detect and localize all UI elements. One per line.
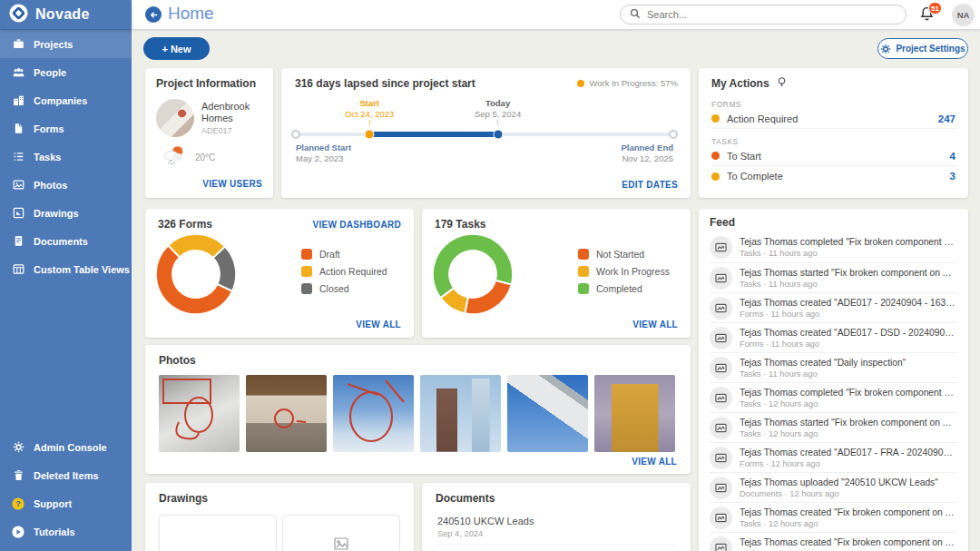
legend-item-action-required: Action Required	[301, 266, 387, 277]
project-avatar[interactable]	[156, 99, 194, 137]
document-item[interactable]: Single Property Site B-50100	[436, 546, 677, 551]
table-icon	[12, 263, 24, 276]
my-actions-card: My Actions FORMSAction Required247TASKST…	[699, 68, 968, 198]
sidebar-item-tasks[interactable]: Tasks	[0, 143, 132, 171]
legend-label: Work In Progress	[596, 266, 670, 277]
briefcase-icon	[12, 38, 24, 51]
activity-icon	[710, 507, 732, 529]
view-dashboard-link[interactable]: VIEW DASHBOARD	[312, 220, 401, 230]
forms-donut-chart	[152, 231, 240, 318]
project-info-card: Project Information Adenbrook Homes ADE0…	[145, 68, 273, 198]
sidebar-item-admin-console[interactable]: Admin Console	[0, 433, 132, 461]
sidebar-item-drawings[interactable]: Drawings	[0, 199, 132, 227]
project-settings-button[interactable]: Project Settings	[877, 38, 968, 59]
legend-swatch-icon	[578, 266, 589, 277]
document-item[interactable]: 240510 UKCW LeadsSep 4, 2024	[436, 508, 677, 546]
planned-end-dot	[669, 130, 678, 139]
action-row-action-required[interactable]: Action Required247	[711, 109, 956, 129]
actions-section-heading: TASKS	[711, 137, 956, 146]
sidebar-item-projects[interactable]: Projects	[0, 30, 132, 58]
action-row-to-start[interactable]: To Start4	[711, 146, 956, 166]
start-label: Start Oct 24, 2023	[345, 98, 394, 126]
feed-item[interactable]: Tejas Thomas created "ADE017 - 20240904 …	[710, 292, 957, 322]
sidebar-item-support[interactable]: ?Support	[0, 489, 132, 517]
status-dot-icon	[711, 114, 720, 123]
feed-meta: Documents · 12 hours ago	[740, 489, 938, 498]
legend-label: Closed	[319, 283, 349, 294]
drawing-thumbnail[interactable]	[159, 515, 277, 551]
tasks-view-all-link[interactable]: VIEW ALL	[632, 320, 678, 330]
action-count[interactable]: 247	[938, 113, 956, 124]
sidebar-item-label: Support	[34, 498, 72, 509]
back-button[interactable]	[145, 6, 162, 23]
feed-item[interactable]: Tejas Thomas created "ADE017 - DSD - 202…	[710, 322, 957, 352]
forms-legend: DraftAction RequiredClosed	[301, 249, 387, 294]
sidebar-item-forms[interactable]: Forms	[0, 114, 132, 143]
feed-item[interactable]: Tejas Thomas completed "Fix broken compo…	[710, 382, 957, 412]
user-avatar[interactable]: NA	[952, 4, 975, 26]
svg-text:?: ?	[15, 499, 21, 508]
legend-swatch-icon	[578, 249, 589, 260]
tasks-donut-chart	[429, 231, 516, 318]
feed-item[interactable]: Tejas Thomas created "ADE017 - FRA - 202…	[710, 442, 957, 472]
legend-item-closed: Closed	[301, 283, 387, 294]
donut-segment-not-started	[465, 280, 511, 314]
feed-meta: Forms · 12 hours ago	[740, 459, 957, 468]
feed-item[interactable]: Tejas Thomas started "Fix broken compone…	[710, 412, 957, 442]
edit-dates-link[interactable]: EDIT DATES	[622, 180, 678, 190]
scaffolded-building-photo[interactable]	[594, 375, 675, 452]
tower-construction-photo[interactable]	[420, 375, 501, 452]
sidebar-item-tutorials[interactable]: Tutorials	[0, 517, 132, 546]
action-row-to-complete[interactable]: To Complete3	[711, 166, 956, 186]
feed-item[interactable]: Tejas Thomas started "Fix broken compone…	[710, 262, 957, 292]
feed-item[interactable]: Tejas Thomas created "Fix broken compone…	[710, 502, 957, 532]
documents-card: Documents 240510 UKCW LeadsSep 4, 2024Si…	[422, 483, 691, 551]
feed-text: Tejas Thomas uploaded "240510 UKCW Leads…	[740, 477, 938, 487]
notifications-button[interactable]: 51	[919, 5, 939, 25]
feed-list: Tejas Thomas completed "Fix broken compo…	[710, 232, 957, 551]
sidebar-item-label: Tutorials	[34, 526, 75, 537]
sidebar-item-label: Projects	[34, 39, 73, 50]
my-actions-title: My Actions	[711, 77, 769, 90]
feed-text: Tejas Thomas created "ADE017 - 20240904 …	[740, 298, 957, 308]
sidebar-nav: ProjectsPeopleCompaniesFormsTasksPhotosD…	[0, 29, 132, 283]
legend-label: Completed	[596, 283, 642, 294]
sidebar-item-deleted-items[interactable]: Deleted Items	[0, 461, 132, 489]
photos-view-all-link[interactable]: VIEW ALL	[632, 457, 677, 467]
crane-sky-photo[interactable]	[333, 375, 414, 452]
view-users-link[interactable]: VIEW USERS	[202, 179, 262, 189]
sidebar-item-custom-table-views[interactable]: Custom Table Views	[0, 255, 132, 283]
action-count[interactable]: 4	[950, 151, 956, 162]
feed-meta: Tasks · 11 hours ago	[740, 249, 957, 258]
panel-lifting-photo[interactable]	[507, 375, 588, 452]
lightbulb-icon[interactable]	[776, 75, 788, 92]
feed-item[interactable]: Tejas Thomas created "Daily inspection"T…	[710, 352, 957, 382]
feed-text: Tejas Thomas started "Fix broken compone…	[740, 268, 957, 278]
kitchen-work-photo[interactable]	[246, 375, 327, 452]
sidebar-item-companies[interactable]: Companies	[0, 86, 132, 114]
document-name: 240510 UKCW Leads	[437, 516, 675, 526]
legend-item-not-started: Not Started	[578, 249, 670, 260]
feed-item[interactable]: Tejas Thomas completed "Fix broken compo…	[710, 232, 957, 262]
feed-item[interactable]: Tejas Thomas uploaded "240510 UKCW Leads…	[710, 472, 957, 502]
novade-logo-icon	[9, 4, 28, 26]
ceiling-inspection-photo[interactable]	[159, 375, 240, 452]
feed-card: Feed Tejas Thomas completed "Fix broken …	[699, 209, 968, 551]
search-input[interactable]	[647, 9, 897, 20]
wip-dot-icon	[577, 80, 584, 87]
photo-strip	[159, 375, 677, 452]
new-button[interactable]: + New	[143, 37, 210, 60]
project-info-title: Project Information	[156, 77, 262, 90]
sidebar-item-documents[interactable]: Documents	[0, 227, 132, 255]
drawing-thumbnail[interactable]	[282, 515, 400, 551]
action-count[interactable]: 3	[950, 171, 956, 182]
activity-icon	[710, 447, 732, 469]
sidebar-item-people[interactable]: People	[0, 58, 132, 86]
timeline-card: 316 days lapsed since project start Work…	[281, 68, 691, 198]
feed-item[interactable]: Tejas Thomas created "Fix broken compone…	[710, 532, 957, 551]
forms-view-all-link[interactable]: VIEW ALL	[356, 320, 401, 330]
gear-icon	[12, 441, 24, 454]
tasks-legend: Not StartedWork In ProgressCompleted	[578, 249, 670, 294]
legend-label: Action Required	[319, 266, 387, 277]
sidebar-item-photos[interactable]: Photos	[0, 171, 132, 199]
